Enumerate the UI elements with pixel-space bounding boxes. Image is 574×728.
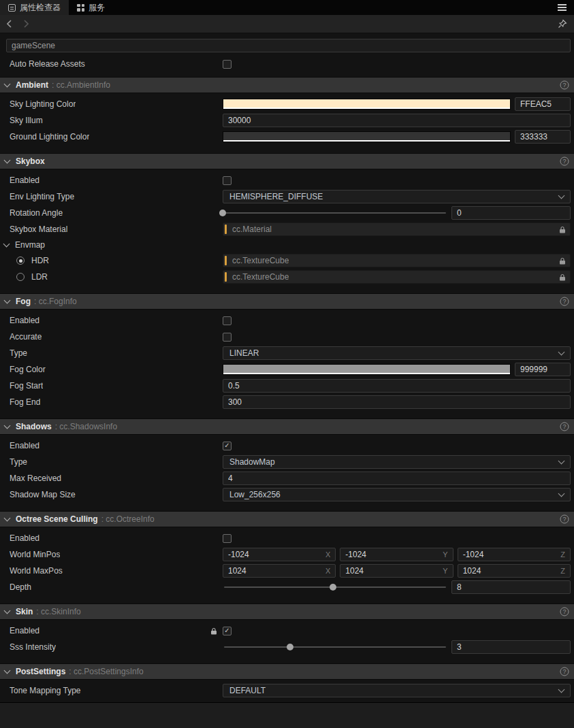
sky-lighting-color-swatch[interactable] xyxy=(223,99,511,110)
pin-icon[interactable] xyxy=(558,19,567,29)
sss-intensity-input[interactable] xyxy=(451,640,571,654)
section-postsettings-header[interactable]: PostSettings : cc.PostSettingsInfo ? xyxy=(0,663,574,680)
inspector-content: Auto Release Assets Ambient : cc.Ambient… xyxy=(0,33,574,702)
fog-color-hex-input[interactable] xyxy=(515,363,571,376)
service-icon xyxy=(77,4,84,12)
auto-release-checkbox[interactable] xyxy=(223,60,232,69)
vec-value: 1024 xyxy=(228,566,246,576)
back-button[interactable] xyxy=(7,20,12,28)
section-skybox-header[interactable]: Skybox ? xyxy=(0,153,574,169)
world-minpos-x-field[interactable]: -1024 X xyxy=(223,548,336,561)
section-fog-header[interactable]: Fog : cc.FogInfo ? xyxy=(0,293,574,310)
chevron-down-icon xyxy=(558,193,565,199)
prop-row-fog-enabled: Enabled xyxy=(0,312,574,329)
slider-handle[interactable] xyxy=(287,644,293,650)
skybox-material-asset-field[interactable]: cc.Material xyxy=(223,222,571,236)
depth-slider[interactable] xyxy=(223,580,447,594)
envmap-group-header[interactable]: Envmap xyxy=(0,237,574,252)
section-skin-header[interactable]: Skin : cc.SkinInfo ? xyxy=(0,603,574,620)
fog-enabled-checkbox[interactable] xyxy=(223,316,232,325)
prop-label: Fog Color xyxy=(10,365,46,374)
section-title: Ambient xyxy=(16,80,48,90)
world-minpos-y-field[interactable]: -1024 Y xyxy=(340,548,453,561)
section-shadows-header[interactable]: Shadows : cc.ShadowsInfo ? xyxy=(0,418,574,435)
ground-lighting-color-swatch[interactable] xyxy=(223,131,511,142)
scene-active-checkbox[interactable] xyxy=(0,40,5,51)
forward-button[interactable] xyxy=(23,20,29,28)
svg-text:?: ? xyxy=(562,298,566,305)
hdr-envmap-asset-field[interactable]: cc.TextureCube xyxy=(223,254,571,267)
prop-row-fog-accurate: Accurate xyxy=(0,329,574,345)
world-maxpos-y-field[interactable]: 1024 Y xyxy=(340,564,453,578)
help-icon[interactable]: ? xyxy=(560,514,569,524)
ldr-radio[interactable] xyxy=(16,273,25,281)
skybox-enabled-checkbox[interactable] xyxy=(223,176,232,185)
slider-handle[interactable] xyxy=(330,584,336,591)
env-lighting-type-select[interactable]: HEMISPHERE_DIFFUSE xyxy=(223,190,571,203)
panel-tabbar: 属性检查器 服务 xyxy=(0,0,574,15)
fog-type-select[interactable]: LINEAR xyxy=(223,346,571,360)
world-maxpos-x-field[interactable]: 1024 X xyxy=(223,564,336,578)
scene-name-row xyxy=(0,33,574,56)
prop-label: Rotation Angle xyxy=(10,208,63,218)
sky-illum-input[interactable] xyxy=(223,114,571,127)
fog-end-input[interactable] xyxy=(223,395,571,409)
envmap-label: Envmap xyxy=(15,240,45,250)
prop-row-fog-color: Fog Color xyxy=(0,361,574,378)
hdr-radio[interactable] xyxy=(16,257,25,265)
max-received-input[interactable] xyxy=(223,471,571,485)
section-title: Skybox xyxy=(16,156,45,166)
tab-inspector[interactable]: 属性检查器 xyxy=(0,0,69,15)
section-suffix: : cc.AmbientInfo xyxy=(52,80,110,90)
rotation-angle-input[interactable] xyxy=(451,206,571,220)
prop-row-depth: Depth xyxy=(0,579,574,595)
collapse-caret-icon xyxy=(3,240,10,247)
section-octree-header[interactable]: Octree Scene Culling : cc.OctreeInfo ? xyxy=(0,511,574,527)
section-suffix: : cc.OctreeInfo xyxy=(101,514,155,524)
sky-lighting-color-hex-input[interactable] xyxy=(515,97,571,111)
shadows-type-select[interactable]: ShadowMap xyxy=(223,455,571,469)
prop-label: Enabled xyxy=(10,626,39,635)
octree-enabled-checkbox[interactable] xyxy=(223,534,232,543)
section-octree: Octree Scene Culling : cc.OctreeInfo ? E… xyxy=(0,511,574,599)
select-value: DEFAULT xyxy=(229,686,266,695)
section-suffix: : cc.SkinInfo xyxy=(36,607,80,616)
sss-intensity-slider[interactable] xyxy=(223,640,447,654)
fog-start-input[interactable] xyxy=(223,379,571,393)
ldr-envmap-asset-field[interactable]: cc.TextureCube xyxy=(223,270,571,284)
prop-label: Env Lighting Type xyxy=(10,192,74,201)
help-icon[interactable]: ? xyxy=(560,156,569,166)
prop-row-world-minpos: World MinPos -1024 X -1024 Y -1024 Z xyxy=(0,546,574,563)
asset-placeholder: cc.TextureCube xyxy=(232,272,289,282)
ground-lighting-color-hex-input[interactable] xyxy=(515,130,571,144)
prop-label: Enabled xyxy=(10,441,39,450)
shadow-map-size-select[interactable]: Low_256x256 xyxy=(223,488,571,501)
rotation-angle-slider[interactable] xyxy=(223,206,447,220)
shadows-enabled-checkbox[interactable] xyxy=(223,442,232,450)
prop-row-shadow-map-size: Shadow Map Size Low_256x256 xyxy=(0,486,574,503)
asset-accent-bar xyxy=(225,225,227,234)
help-icon[interactable]: ? xyxy=(560,80,569,90)
world-maxpos-z-field[interactable]: 1024 Z xyxy=(458,564,571,578)
fog-accurate-checkbox[interactable] xyxy=(223,333,232,342)
skin-enabled-checkbox[interactable] xyxy=(223,627,232,635)
section-title: Shadows xyxy=(16,422,52,431)
section-skin: Skin : cc.SkinInfo ? Enabled Sss Intensi… xyxy=(0,603,574,659)
help-icon[interactable]: ? xyxy=(560,607,569,616)
section-title: Octree Scene Culling xyxy=(16,514,98,524)
help-icon[interactable]: ? xyxy=(560,422,569,431)
scene-name-input[interactable] xyxy=(6,39,571,52)
chevron-down-icon xyxy=(558,491,565,497)
world-minpos-z-field[interactable]: -1024 Z xyxy=(458,548,571,561)
fog-color-swatch[interactable] xyxy=(223,364,511,375)
tab-service[interactable]: 服务 xyxy=(69,0,113,15)
depth-input[interactable] xyxy=(451,580,571,594)
tone-mapping-type-select[interactable]: DEFAULT xyxy=(223,684,571,697)
slider-handle[interactable] xyxy=(219,210,226,216)
section-ambient-header[interactable]: Ambient : cc.AmbientInfo ? xyxy=(0,77,574,93)
help-icon[interactable]: ? xyxy=(560,667,569,676)
help-icon[interactable]: ? xyxy=(560,297,569,306)
prop-row-skybox-enabled: Enabled xyxy=(0,172,574,188)
menu-icon[interactable] xyxy=(550,0,574,15)
select-value: LINEAR xyxy=(229,348,259,358)
